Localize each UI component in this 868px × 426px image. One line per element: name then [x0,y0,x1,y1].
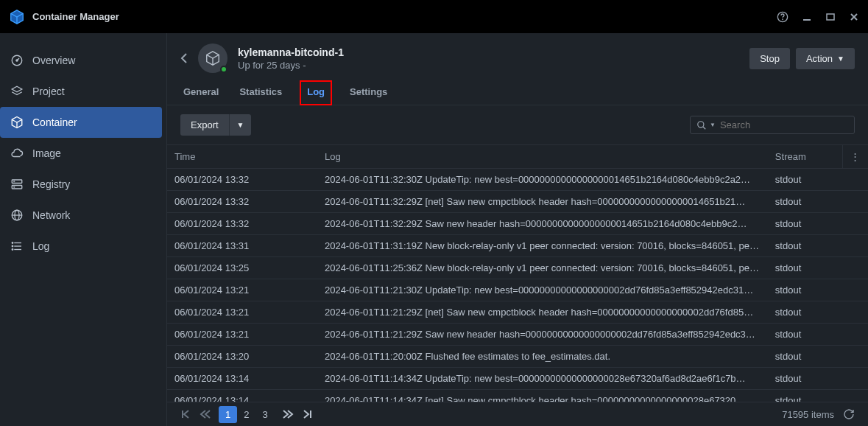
app-icon [9,9,25,25]
search-icon [696,120,707,130]
layers-icon [10,85,24,98]
cell-log: 2024-06-01T11:31:19Z New block-relay-onl… [317,235,768,257]
sidebar: OverviewProjectContainerImageRegistryNet… [0,33,166,426]
page-next-button[interactable] [282,409,294,419]
chevron-down-icon: ▼ [837,55,844,63]
container-subtitle: Up for 25 days - [238,60,344,71]
search-filter-caret-icon[interactable]: ▼ [710,122,716,128]
help-icon[interactable] [777,11,788,23]
cell-time: 06/01/2024 13:32 [167,213,317,235]
cell-stream: stdout [768,390,868,402]
back-button[interactable] [180,52,188,64]
globe-icon [10,209,24,222]
table-row[interactable]: 06/01/2024 13:322024-06-01T11:32:29Z [ne… [167,191,868,213]
list-icon [10,240,24,253]
cell-time: 06/01/2024 13:14 [167,390,317,402]
svg-marker-10 [12,86,22,92]
cell-stream: stdout [768,301,868,324]
tab-log[interactable]: Log [300,80,332,105]
paginator: 123 71595 items [167,402,868,426]
sidebar-item-label: Container [32,116,77,128]
maximize-icon[interactable] [825,11,836,23]
action-button-label: Action [806,53,833,64]
table-row[interactable]: 06/01/2024 13:322024-06-01T11:32:30Z Upd… [167,169,868,191]
tabs: GeneralStatisticsLogSettings [167,79,868,105]
svg-point-9 [16,60,18,61]
table-row[interactable]: 06/01/2024 13:142024-06-01T11:14:34Z Upd… [167,368,868,390]
sidebar-item-network[interactable]: Network [0,200,162,231]
cell-time: 06/01/2024 13:32 [167,169,317,191]
table-row[interactable]: 06/01/2024 13:312024-06-01T11:31:19Z New… [167,235,868,257]
svg-point-28 [698,121,704,127]
container-title: kylemanna-bitcoind-1 [238,46,344,58]
sidebar-item-container[interactable]: Container [0,107,162,138]
sidebar-item-label: Image [32,147,61,159]
cell-time: 06/01/2024 13:21 [167,279,317,301]
cell-log: 2024-06-01T11:32:30Z UpdateTip: new best… [317,169,768,191]
titlebar: Container Manager [0,0,868,33]
page-number-3[interactable]: 3 [255,406,274,423]
cell-log: 2024-06-01T11:14:34Z [net] Saw new cmpct… [317,390,768,402]
page-first-button[interactable] [180,409,192,419]
cell-log: 2024-06-01T11:32:29Z Saw new header hash… [317,213,768,235]
sidebar-item-project[interactable]: Project [0,76,162,107]
close-icon[interactable] [849,11,859,23]
cell-time: 06/01/2024 13:31 [167,235,317,257]
container-avatar [198,43,227,73]
table-row[interactable]: 06/01/2024 13:252024-06-01T11:25:36Z New… [167,257,868,279]
table-row[interactable]: 06/01/2024 13:322024-06-01T11:32:29Z Saw… [167,213,868,235]
page-last-button[interactable] [301,409,313,419]
refresh-button[interactable] [843,408,855,420]
dashboard-icon [10,54,24,67]
table-row[interactable]: 06/01/2024 13:212024-06-01T11:21:29Z Saw… [167,324,868,346]
tab-settings[interactable]: Settings [347,80,390,105]
app-title: Container Manager [32,11,119,22]
cell-log: 2024-06-01T11:25:36Z New block-relay-onl… [317,257,768,279]
column-menu-button[interactable]: ⋮ [843,145,868,169]
sidebar-item-image[interactable]: Image [0,138,162,169]
svg-point-23 [12,242,13,244]
export-button[interactable]: Export [180,114,229,136]
column-header-stream[interactable]: Stream [768,145,843,169]
svg-line-29 [703,126,706,129]
tab-statistics[interactable]: Statistics [236,80,285,105]
header: kylemanna-bitcoind-1 Up for 25 days - St… [167,33,868,79]
main-panel: kylemanna-bitcoind-1 Up for 25 days - St… [166,33,868,426]
page-number-2[interactable]: 2 [237,406,255,423]
cell-time: 06/01/2024 13:14 [167,368,317,390]
total-items-label: 71595 items [782,409,834,420]
table-row[interactable]: 06/01/2024 13:142024-06-01T11:14:34Z [ne… [167,390,868,402]
search-input[interactable] [720,119,848,130]
cell-stream: stdout [768,191,868,213]
toolbar: Export ▼ ▼ [167,105,868,144]
table-row[interactable]: 06/01/2024 13:202024-06-01T11:20:00Z Flu… [167,346,868,368]
svg-rect-5 [827,14,834,20]
sidebar-item-label: Registry [32,178,70,190]
sidebar-item-log[interactable]: Log [0,231,162,262]
sidebar-item-label: Project [32,85,65,97]
svg-point-16 [14,186,15,187]
search-box[interactable]: ▼ [690,116,855,134]
column-header-log[interactable]: Log [317,145,768,169]
cell-stream: stdout [768,279,868,301]
cell-log: 2024-06-01T11:32:29Z [net] Saw new cmpct… [317,191,768,213]
table-row[interactable]: 06/01/2024 13:212024-06-01T11:21:30Z Upd… [167,279,868,301]
tab-general[interactable]: General [180,80,222,105]
table-row[interactable]: 06/01/2024 13:212024-06-01T11:21:29Z [ne… [167,301,868,324]
sidebar-item-label: Log [32,240,49,252]
minimize-icon[interactable] [802,11,812,23]
cell-log: 2024-06-01T11:21:29Z [net] Saw new cmpct… [317,301,768,324]
svg-point-24 [12,245,13,247]
sidebar-item-registry[interactable]: Registry [0,169,162,200]
sidebar-item-label: Overview [32,55,75,66]
page-number-1[interactable]: 1 [219,406,237,423]
sidebar-item-overview[interactable]: Overview [0,45,162,76]
stop-button[interactable]: Stop [749,48,790,69]
page-prev-button[interactable] [200,409,211,419]
svg-point-3 [783,19,783,20]
cell-log: 2024-06-01T11:14:34Z UpdateTip: new best… [317,368,768,390]
export-dropdown-button[interactable]: ▼ [229,114,252,136]
action-button[interactable]: Action ▼ [796,48,855,69]
column-header-time[interactable]: Time [167,145,317,169]
cube-icon [10,116,24,129]
